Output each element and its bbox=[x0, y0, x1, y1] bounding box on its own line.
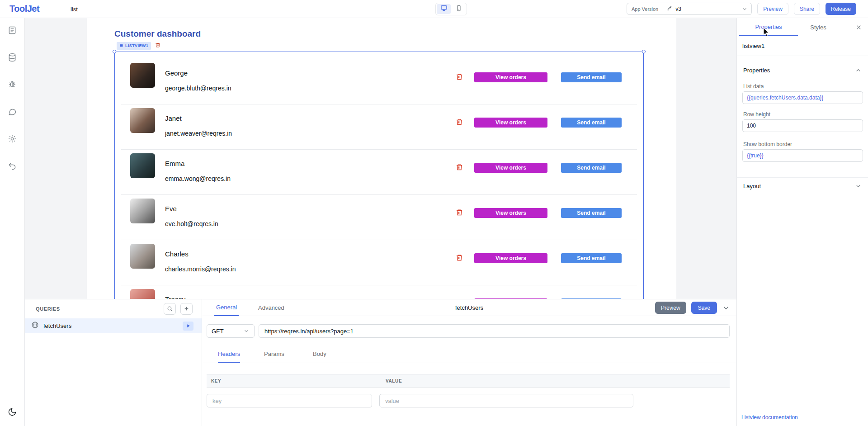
subtab-headers[interactable]: Headers bbox=[218, 350, 240, 363]
preview-button[interactable]: Preview bbox=[757, 3, 788, 15]
listview-badge[interactable]: LISTVIEW1 bbox=[117, 42, 151, 50]
tab-styles[interactable]: Styles bbox=[798, 18, 839, 36]
query-list-header: QUERIES bbox=[25, 299, 202, 318]
send-email-button[interactable]: Send email bbox=[561, 208, 622, 218]
mobile-icon bbox=[456, 5, 462, 13]
canvas-title-text[interactable]: Customer dashboard bbox=[114, 29, 201, 39]
method-value: GET bbox=[212, 328, 224, 335]
query-preview-button[interactable]: Preview bbox=[655, 302, 686, 314]
query-save-button[interactable]: Save bbox=[691, 302, 717, 314]
topbar-actions: App Version v3 Preview Share Release bbox=[627, 3, 856, 15]
query-editor-panel: General Advanced fetchUsers Preview Save… bbox=[202, 299, 736, 426]
query-list-panel: QUERIES bbox=[25, 299, 202, 426]
user-email: charles.morris@reqres.in bbox=[165, 265, 236, 273]
comments-icon[interactable] bbox=[7, 107, 17, 117]
delete-row-icon[interactable] bbox=[456, 254, 463, 262]
avatar bbox=[130, 244, 155, 269]
undo-icon[interactable] bbox=[7, 161, 17, 171]
widget-config-handle: LISTVIEW1 bbox=[117, 42, 160, 50]
subtab-body[interactable]: Body bbox=[313, 350, 326, 362]
properties-section-header[interactable]: Properties bbox=[737, 62, 868, 79]
settings-icon[interactable] bbox=[7, 134, 17, 144]
search-queries-button[interactable] bbox=[164, 303, 176, 315]
show-bottom-border-input[interactable] bbox=[742, 149, 863, 162]
layout-section-label: Layout bbox=[743, 183, 761, 189]
view-orders-button[interactable]: View orders bbox=[474, 72, 547, 82]
database-icon[interactable] bbox=[7, 52, 17, 62]
share-button[interactable]: Share bbox=[794, 3, 820, 15]
tab-general[interactable]: General bbox=[214, 299, 239, 316]
run-query-button[interactable] bbox=[183, 322, 193, 331]
mobile-toggle-button[interactable] bbox=[452, 4, 466, 14]
rest-api-icon bbox=[31, 321, 39, 331]
key-column-header: KEY bbox=[211, 379, 221, 383]
desktop-toggle-button[interactable] bbox=[437, 4, 451, 14]
app-version-select[interactable]: v3 bbox=[663, 3, 752, 15]
play-icon bbox=[186, 322, 190, 329]
delete-row-icon[interactable] bbox=[456, 73, 463, 81]
layout-section-header[interactable]: Layout bbox=[737, 177, 868, 194]
query-list-actions bbox=[164, 303, 193, 315]
kv-table-header: KEY VALUE bbox=[207, 374, 730, 388]
tooljet-logo: ToolJet bbox=[9, 4, 39, 14]
avatar bbox=[130, 108, 155, 133]
debugger-icon[interactable] bbox=[7, 80, 17, 90]
tab-properties[interactable]: Properties bbox=[739, 18, 798, 36]
avatar bbox=[130, 199, 155, 223]
subtab-params[interactable]: Params bbox=[264, 350, 284, 362]
send-email-button[interactable]: Send email bbox=[561, 118, 622, 128]
url-input[interactable] bbox=[259, 324, 730, 338]
user-name: Emma bbox=[165, 160, 184, 167]
tab-advanced[interactable]: Advanced bbox=[256, 299, 286, 316]
close-icon[interactable] bbox=[854, 22, 863, 32]
list-data-label: List data bbox=[743, 83, 764, 90]
desktop-icon bbox=[440, 5, 448, 14]
method-select[interactable]: GET bbox=[207, 324, 255, 338]
resize-handle-top-right[interactable] bbox=[642, 50, 646, 53]
resize-handle-top-left[interactable] bbox=[113, 50, 116, 53]
queries-title: QUERIES bbox=[36, 306, 60, 312]
device-toggle bbox=[435, 3, 467, 15]
send-email-button[interactable]: Send email bbox=[561, 253, 622, 263]
delete-row-icon[interactable] bbox=[456, 163, 463, 171]
send-email-button[interactable]: Send email bbox=[561, 163, 622, 173]
list-data-input[interactable] bbox=[742, 91, 863, 104]
subtab-divider bbox=[202, 363, 736, 363]
query-editor-tabbar: General Advanced fetchUsers Preview Save bbox=[202, 299, 736, 316]
rocket-icon bbox=[667, 5, 673, 13]
app-version-label: App Version bbox=[627, 3, 663, 15]
list-item: Charles charles.morris@reqres.in View or… bbox=[121, 240, 637, 285]
user-name: Charles bbox=[165, 250, 189, 258]
avatar bbox=[130, 63, 155, 88]
dark-mode-icon[interactable] bbox=[7, 407, 17, 417]
header-value-input[interactable] bbox=[379, 394, 633, 407]
send-email-button[interactable]: Send email bbox=[561, 72, 622, 82]
app-version-value: v3 bbox=[675, 6, 681, 12]
app-root: ToolJet list App Version v3 bbox=[0, 0, 868, 426]
delete-widget-icon[interactable] bbox=[155, 42, 160, 50]
pages-icon[interactable] bbox=[7, 25, 17, 35]
delete-row-icon[interactable] bbox=[456, 208, 463, 217]
properties-section-label: Properties bbox=[743, 67, 770, 74]
view-orders-button[interactable]: View orders bbox=[474, 163, 547, 173]
user-email: george.bluth@reqres.in bbox=[165, 85, 231, 92]
chevron-down-icon bbox=[855, 183, 862, 189]
add-query-button[interactable] bbox=[180, 303, 193, 315]
user-email: emma.wong@reqres.in bbox=[165, 175, 231, 182]
release-button[interactable]: Release bbox=[826, 3, 856, 15]
user-name: Janet bbox=[165, 114, 182, 122]
row-height-input[interactable] bbox=[742, 119, 863, 132]
show-bottom-border-label: Show bottom border bbox=[743, 141, 792, 147]
delete-row-icon[interactable] bbox=[456, 118, 463, 126]
user-email: eve.holt@reqres.in bbox=[165, 220, 218, 227]
user-name: George bbox=[165, 69, 188, 77]
listview-documentation-link[interactable]: Listview documentation bbox=[741, 414, 798, 421]
value-column-header: VALUE bbox=[386, 379, 402, 383]
collapse-panel-icon[interactable] bbox=[722, 304, 730, 312]
user-name: Eve bbox=[165, 205, 177, 213]
view-orders-button[interactable]: View orders bbox=[474, 253, 547, 263]
view-orders-button[interactable]: View orders bbox=[474, 208, 547, 218]
header-key-input[interactable] bbox=[207, 394, 372, 407]
view-orders-button[interactable]: View orders bbox=[474, 118, 547, 128]
query-list-item-fetchusers[interactable]: fetchUsers bbox=[25, 318, 202, 333]
